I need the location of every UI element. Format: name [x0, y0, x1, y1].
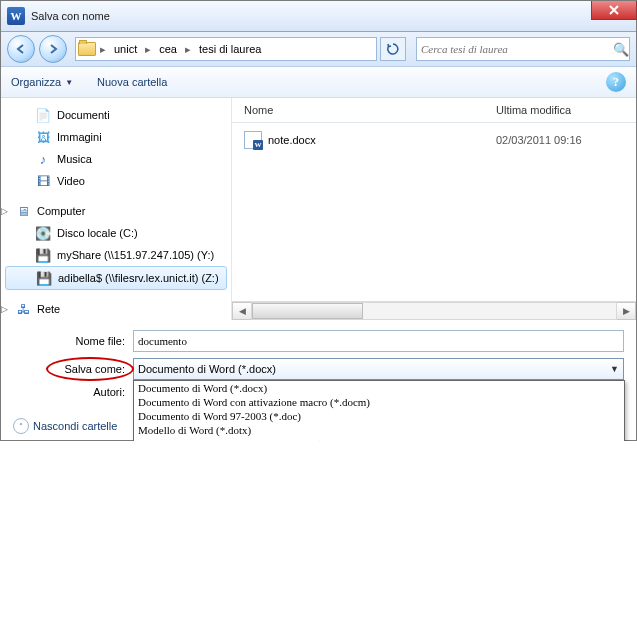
- chevron-up-icon: ˄: [13, 418, 29, 434]
- scroll-right-button[interactable]: ▶: [616, 302, 636, 320]
- file-date: 02/03/2011 09:16: [496, 134, 636, 146]
- savetype-combo[interactable]: Documento di Word (*.docx) ▼: [133, 358, 624, 380]
- tree-item-drive-z[interactable]: 💾adibella$ (\\filesrv.lex.unict.it) (Z:): [5, 266, 227, 290]
- disk-icon: 💽: [35, 225, 51, 241]
- tree-label: Computer: [37, 205, 85, 217]
- search-input[interactable]: [417, 43, 613, 55]
- savetype-dropdown[interactable]: Documento di Word (*.docx)Documento di W…: [133, 380, 625, 441]
- address-breadcrumb[interactable]: ▸ unict ▸ cea ▸ tesi di laurea: [75, 37, 377, 61]
- tree-label: Disco locale (C:): [57, 227, 138, 239]
- tree-label: Musica: [57, 153, 92, 165]
- computer-icon: 🖥: [15, 203, 31, 219]
- file-list-pane: Nome Ultima modifica note.docx 02/03/201…: [232, 98, 636, 320]
- expand-caret-icon[interactable]: ▷: [1, 304, 8, 314]
- toolbar: Organizza ▼ Nuova cartella ?: [1, 67, 636, 98]
- titlebar: W Salva con nome: [1, 1, 636, 32]
- tree-label: Rete: [37, 303, 60, 315]
- breadcrumb-seg[interactable]: cea: [153, 38, 183, 60]
- word-app-icon: W: [7, 7, 25, 25]
- tree-item-video[interactable]: 🎞Video: [1, 170, 231, 192]
- video-icon: 🎞: [35, 173, 51, 189]
- music-icon: ♪: [35, 151, 51, 167]
- organize-button[interactable]: Organizza ▼: [11, 76, 73, 88]
- tree-item-documents[interactable]: 📄Documenti: [1, 104, 231, 126]
- breadcrumb-seg[interactable]: tesi di laurea: [193, 38, 267, 60]
- chevron-down-icon: ▼: [610, 364, 619, 374]
- savetype-option[interactable]: Documento di Word 97-2003 (*.doc): [134, 409, 624, 423]
- dialog-body: 📄Documenti 🖼Immagini ♪Musica 🎞Video ▷🖥Co…: [1, 98, 636, 320]
- arrow-left-icon: [15, 43, 27, 55]
- chevron-right-icon: ▸: [183, 43, 193, 56]
- tree-item-network[interactable]: ▷🖧Rete: [1, 298, 231, 320]
- nav-row: ▸ unict ▸ cea ▸ tesi di laurea 🔍: [1, 32, 636, 67]
- column-headers[interactable]: Nome Ultima modifica: [232, 98, 636, 123]
- network-drive-icon: 💾: [36, 270, 52, 286]
- tree-label: Documenti: [57, 109, 110, 121]
- scroll-thumb[interactable]: [252, 303, 363, 319]
- savetype-label: Salva come:: [13, 363, 133, 375]
- savetype-option[interactable]: Documento di Word (*.docx): [134, 381, 624, 395]
- picture-icon: 🖼: [35, 129, 51, 145]
- file-row[interactable]: note.docx 02/03/2011 09:16: [232, 129, 636, 151]
- document-icon: 📄: [35, 107, 51, 123]
- tree-item-images[interactable]: 🖼Immagini: [1, 126, 231, 148]
- sidebar-tree[interactable]: 📄Documenti 🖼Immagini ♪Musica 🎞Video ▷🖥Co…: [1, 98, 232, 320]
- chevron-right-icon: ▸: [98, 43, 108, 56]
- network-drive-icon: 💾: [35, 247, 51, 263]
- tree-label: myShare (\\151.97.247.105) (Y:): [57, 249, 214, 261]
- hide-folders-label: Nascondi cartelle: [33, 420, 117, 432]
- help-button[interactable]: ?: [606, 72, 626, 92]
- file-name: note.docx: [268, 134, 316, 146]
- word-doc-icon: [244, 131, 262, 149]
- save-as-dialog: W Salva con nome ▸ unict ▸ cea ▸ tesi di…: [0, 0, 637, 441]
- search-icon: 🔍: [613, 41, 629, 57]
- tree-item-drive-y[interactable]: 💾myShare (\\151.97.247.105) (Y:): [1, 244, 231, 266]
- tree-item-computer[interactable]: ▷🖥Computer: [1, 200, 231, 222]
- file-list[interactable]: note.docx 02/03/2011 09:16: [232, 123, 636, 301]
- new-folder-label: Nuova cartella: [97, 76, 167, 88]
- column-name[interactable]: Nome: [232, 104, 496, 116]
- new-folder-button[interactable]: Nuova cartella: [97, 76, 167, 88]
- savetype-option[interactable]: Modello di Word (*.dotx): [134, 423, 624, 437]
- savetype-value: Documento di Word (*.docx): [138, 363, 276, 375]
- tree-label: adibella$ (\\filesrv.lex.unict.it) (Z:): [58, 272, 219, 284]
- tree-label: Video: [57, 175, 85, 187]
- chevron-down-icon: ▼: [65, 78, 73, 87]
- savetype-option[interactable]: Documento di Word con attivazione macro …: [134, 395, 624, 409]
- refresh-button[interactable]: [380, 37, 406, 61]
- folder-icon: [76, 38, 98, 60]
- organize-label: Organizza: [11, 76, 61, 88]
- arrow-right-icon: [47, 43, 59, 55]
- refresh-icon: [387, 43, 399, 55]
- network-icon: 🖧: [15, 301, 31, 317]
- authors-label: Autori:: [13, 386, 133, 398]
- savetype-option[interactable]: Modello di Word con attivazione macro (*…: [134, 437, 624, 441]
- tree-label: Immagini: [57, 131, 102, 143]
- expand-caret-icon[interactable]: ▷: [1, 206, 8, 216]
- filename-input[interactable]: [133, 330, 624, 352]
- column-date[interactable]: Ultima modifica: [496, 104, 636, 116]
- scroll-left-button[interactable]: ◀: [232, 302, 252, 320]
- breadcrumb-seg[interactable]: unict: [108, 38, 143, 60]
- back-button[interactable]: [7, 35, 35, 63]
- search-box[interactable]: 🔍: [416, 37, 630, 61]
- forward-button[interactable]: [39, 35, 67, 63]
- filename-label: Nome file:: [13, 335, 133, 347]
- tree-item-drive-c[interactable]: 💽Disco locale (C:): [1, 222, 231, 244]
- tree-item-music[interactable]: ♪Musica: [1, 148, 231, 170]
- window-title: Salva con nome: [31, 10, 110, 22]
- chevron-right-icon: ▸: [143, 43, 153, 56]
- horizontal-scrollbar[interactable]: ◀ ▶: [232, 301, 636, 320]
- close-button[interactable]: [591, 1, 637, 20]
- scroll-track[interactable]: [251, 302, 617, 320]
- close-icon: [609, 5, 619, 15]
